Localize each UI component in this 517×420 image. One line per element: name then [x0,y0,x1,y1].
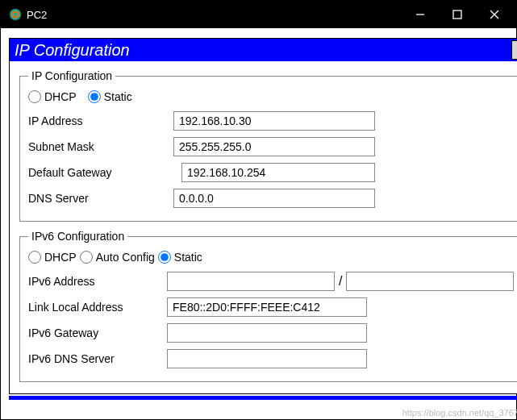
ipv6-dns-input[interactable] [167,349,367,368]
ipv4-static-radio[interactable]: Static [88,90,132,103]
default-gateway-label: Default Gateway [28,166,173,179]
default-gateway-input[interactable] [181,163,375,182]
ipv6-address-label: IPv6 Address [28,275,167,288]
bottom-accent-bar [9,396,517,400]
minimize-button[interactable] [402,1,439,28]
application-window: PC2 IP Configuration X IP Configuration [0,0,517,420]
subnet-mask-input[interactable] [173,137,375,156]
maximize-button[interactable] [439,1,476,28]
ipv6-dns-label: IPv6 DNS Server [28,352,167,365]
ipv4-dhcp-radio[interactable]: DHCP [28,90,77,103]
ipv6-prefix-slash: / [339,274,342,289]
ipv6-group: IPv6 Configuration DHCP Auto Config [19,230,517,382]
link-local-label: Link Local Address [28,301,167,314]
ipv6-static-radio[interactable]: Static [158,251,202,264]
app-icon [9,8,22,21]
ipv6-address-input[interactable] [167,272,335,291]
ipv6-dhcp-radio[interactable]: DHCP [28,251,77,264]
panel-titlebar: IP Configuration X [10,39,517,61]
panel-title: IP Configuration [15,41,511,60]
ip-address-label: IP Address [28,114,173,127]
watermark: https://blog.csdn.net/qq_37672862 [402,408,517,418]
panel-close-button[interactable]: X [511,40,517,60]
ipv6-gateway-input[interactable] [167,323,367,343]
subnet-mask-label: Subnet Mask [28,140,173,153]
ipv6-prefix-input[interactable] [346,272,514,291]
ipv6-auto-radio[interactable]: Auto Config [80,251,155,264]
ipv6-legend: IPv6 Configuration [28,230,127,243]
ipv4-group: IP Configuration DHCP Static [19,69,517,222]
dns-server-input[interactable] [173,189,375,208]
svg-rect-3 [453,10,461,19]
link-local-input[interactable] [167,297,367,317]
svg-point-0 [10,9,21,20]
close-button[interactable] [476,1,513,28]
dns-server-label: DNS Server [28,192,173,205]
ipv6-gateway-label: IPv6 Gateway [28,326,167,339]
titlebar: PC2 [1,1,516,28]
ip-config-panel: IP Configuration X IP Configuration DHCP [9,38,517,394]
window-title: PC2 [27,9,402,21]
ipv4-legend: IP Configuration [28,69,115,82]
ip-address-input[interactable] [173,111,375,131]
